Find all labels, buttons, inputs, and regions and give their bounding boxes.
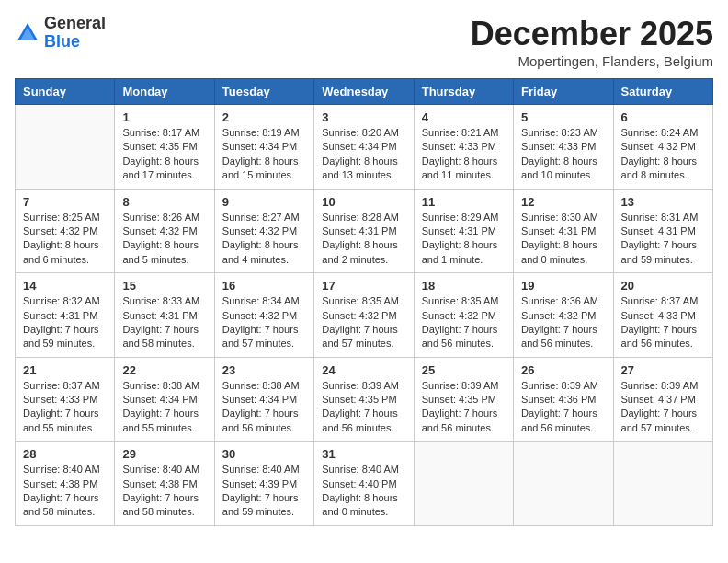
calendar-cell: 22Sunrise: 8:38 AMSunset: 4:34 PMDayligh… — [115, 357, 214, 442]
day-info: Sunrise: 8:34 AMSunset: 4:32 PMDaylight:… — [222, 294, 306, 351]
calendar-cell: 14Sunrise: 8:32 AMSunset: 4:31 PMDayligh… — [16, 273, 115, 358]
location: Mopertingen, Flanders, Belgium — [471, 53, 713, 69]
calendar-cell — [16, 105, 115, 190]
calendar-cell — [414, 442, 513, 526]
day-info: Sunrise: 8:38 AMSunset: 4:34 PMDaylight:… — [222, 379, 306, 436]
day-info: Sunrise: 8:25 AMSunset: 4:32 PMDaylight:… — [23, 211, 107, 268]
calendar-cell: 27Sunrise: 8:39 AMSunset: 4:37 PMDayligh… — [613, 357, 712, 442]
day-info: Sunrise: 8:39 AMSunset: 4:35 PMDaylight:… — [422, 379, 506, 436]
calendar-cell: 21Sunrise: 8:37 AMSunset: 4:33 PMDayligh… — [16, 357, 115, 442]
day-number: 8 — [122, 195, 206, 209]
day-number: 3 — [322, 110, 405, 124]
day-number: 31 — [322, 447, 405, 461]
day-number: 1 — [122, 110, 206, 124]
day-info: Sunrise: 8:33 AMSunset: 4:31 PMDaylight:… — [122, 294, 206, 351]
day-info: Sunrise: 8:39 AMSunset: 4:37 PMDaylight:… — [621, 379, 705, 436]
calendar-cell: 1Sunrise: 8:17 AMSunset: 4:35 PMDaylight… — [115, 105, 214, 190]
day-number: 19 — [521, 279, 605, 293]
day-info: Sunrise: 8:19 AMSunset: 4:34 PMDaylight:… — [222, 126, 306, 183]
day-info: Sunrise: 8:27 AMSunset: 4:32 PMDaylight:… — [222, 211, 306, 268]
calendar-cell: 30Sunrise: 8:40 AMSunset: 4:39 PMDayligh… — [214, 442, 313, 526]
day-info: Sunrise: 8:37 AMSunset: 4:33 PMDaylight:… — [23, 379, 107, 436]
day-number: 7 — [23, 195, 107, 209]
page-header: General Blue December 2025 Mopertingen, … — [15, 15, 713, 69]
weekday-header: Sunday — [16, 79, 115, 105]
calendar-cell: 2Sunrise: 8:19 AMSunset: 4:34 PMDaylight… — [214, 105, 313, 190]
day-number: 26 — [521, 363, 605, 377]
day-info: Sunrise: 8:40 AMSunset: 4:40 PMDaylight:… — [322, 463, 405, 520]
day-info: Sunrise: 8:32 AMSunset: 4:31 PMDaylight:… — [23, 294, 107, 351]
day-number: 17 — [322, 279, 405, 293]
day-number: 18 — [422, 279, 506, 293]
calendar-cell: 20Sunrise: 8:37 AMSunset: 4:33 PMDayligh… — [613, 273, 712, 358]
calendar-cell: 13Sunrise: 8:31 AMSunset: 4:31 PMDayligh… — [613, 189, 712, 273]
day-info: Sunrise: 8:35 AMSunset: 4:32 PMDaylight:… — [322, 294, 405, 351]
calendar-cell: 25Sunrise: 8:39 AMSunset: 4:35 PMDayligh… — [414, 357, 513, 442]
week-row: 21Sunrise: 8:37 AMSunset: 4:33 PMDayligh… — [16, 357, 713, 442]
calendar-cell: 24Sunrise: 8:39 AMSunset: 4:35 PMDayligh… — [314, 357, 414, 442]
day-number: 23 — [222, 363, 306, 377]
calendar-cell: 12Sunrise: 8:30 AMSunset: 4:31 PMDayligh… — [514, 189, 613, 273]
day-info: Sunrise: 8:21 AMSunset: 4:33 PMDaylight:… — [422, 126, 506, 183]
calendar-cell: 28Sunrise: 8:40 AMSunset: 4:38 PMDayligh… — [16, 442, 115, 526]
day-info: Sunrise: 8:37 AMSunset: 4:33 PMDaylight:… — [621, 294, 705, 351]
calendar-cell: 5Sunrise: 8:23 AMSunset: 4:33 PMDaylight… — [514, 105, 613, 190]
day-info: Sunrise: 8:36 AMSunset: 4:32 PMDaylight:… — [521, 294, 605, 351]
weekday-header: Wednesday — [314, 79, 414, 105]
week-row: 1Sunrise: 8:17 AMSunset: 4:35 PMDaylight… — [16, 105, 713, 190]
day-info: Sunrise: 8:29 AMSunset: 4:31 PMDaylight:… — [422, 211, 506, 268]
calendar-cell: 11Sunrise: 8:29 AMSunset: 4:31 PMDayligh… — [414, 189, 513, 273]
day-info: Sunrise: 8:20 AMSunset: 4:34 PMDaylight:… — [322, 126, 405, 183]
weekday-header-row: SundayMondayTuesdayWednesdayThursdayFrid… — [16, 79, 713, 105]
calendar-table: SundayMondayTuesdayWednesdayThursdayFrid… — [15, 78, 713, 526]
day-number: 27 — [621, 363, 705, 377]
calendar-cell: 3Sunrise: 8:20 AMSunset: 4:34 PMDaylight… — [314, 105, 414, 190]
calendar-cell: 8Sunrise: 8:26 AMSunset: 4:32 PMDaylight… — [115, 189, 214, 273]
day-info: Sunrise: 8:40 AMSunset: 4:38 PMDaylight:… — [23, 463, 107, 520]
weekday-header: Saturday — [613, 79, 712, 105]
day-number: 25 — [422, 363, 506, 377]
month-title: December 2025 — [471, 15, 713, 53]
weekday-header: Friday — [514, 79, 613, 105]
day-info: Sunrise: 8:40 AMSunset: 4:39 PMDaylight:… — [222, 463, 306, 520]
day-number: 10 — [322, 195, 405, 209]
day-number: 24 — [322, 363, 405, 377]
weekday-header: Tuesday — [214, 79, 313, 105]
calendar-cell: 26Sunrise: 8:39 AMSunset: 4:36 PMDayligh… — [514, 357, 613, 442]
calendar-cell — [613, 442, 712, 526]
day-info: Sunrise: 8:24 AMSunset: 4:32 PMDaylight:… — [621, 126, 705, 183]
day-info: Sunrise: 8:30 AMSunset: 4:31 PMDaylight:… — [521, 211, 605, 268]
calendar-cell: 17Sunrise: 8:35 AMSunset: 4:32 PMDayligh… — [314, 273, 414, 358]
weekday-header: Monday — [115, 79, 214, 105]
calendar-cell: 4Sunrise: 8:21 AMSunset: 4:33 PMDaylight… — [414, 105, 513, 190]
day-number: 4 — [422, 110, 506, 124]
day-number: 2 — [222, 110, 306, 124]
week-row: 14Sunrise: 8:32 AMSunset: 4:31 PMDayligh… — [16, 273, 713, 358]
week-row: 7Sunrise: 8:25 AMSunset: 4:32 PMDaylight… — [16, 189, 713, 273]
calendar-cell — [514, 442, 613, 526]
day-number: 16 — [222, 279, 306, 293]
day-info: Sunrise: 8:23 AMSunset: 4:33 PMDaylight:… — [521, 126, 605, 183]
calendar-cell: 31Sunrise: 8:40 AMSunset: 4:40 PMDayligh… — [314, 442, 414, 526]
logo-text: General Blue — [44, 15, 106, 52]
calendar-cell: 23Sunrise: 8:38 AMSunset: 4:34 PMDayligh… — [214, 357, 313, 442]
day-info: Sunrise: 8:39 AMSunset: 4:35 PMDaylight:… — [322, 379, 405, 436]
calendar-cell: 16Sunrise: 8:34 AMSunset: 4:32 PMDayligh… — [214, 273, 313, 358]
calendar-cell: 6Sunrise: 8:24 AMSunset: 4:32 PMDaylight… — [613, 105, 712, 190]
day-number: 14 — [23, 279, 107, 293]
day-info: Sunrise: 8:39 AMSunset: 4:36 PMDaylight:… — [521, 379, 605, 436]
weekday-header: Thursday — [414, 79, 513, 105]
title-block: December 2025 Mopertingen, Flanders, Bel… — [471, 15, 713, 69]
day-number: 29 — [122, 447, 206, 461]
logo: General Blue — [15, 15, 106, 52]
day-info: Sunrise: 8:26 AMSunset: 4:32 PMDaylight:… — [122, 211, 206, 268]
calendar-cell: 10Sunrise: 8:28 AMSunset: 4:31 PMDayligh… — [314, 189, 414, 273]
calendar-cell: 15Sunrise: 8:33 AMSunset: 4:31 PMDayligh… — [115, 273, 214, 358]
calendar-cell: 19Sunrise: 8:36 AMSunset: 4:32 PMDayligh… — [514, 273, 613, 358]
day-info: Sunrise: 8:35 AMSunset: 4:32 PMDaylight:… — [422, 294, 506, 351]
day-number: 13 — [621, 195, 705, 209]
day-number: 20 — [621, 279, 705, 293]
day-info: Sunrise: 8:40 AMSunset: 4:38 PMDaylight:… — [122, 463, 206, 520]
day-number: 9 — [222, 195, 306, 209]
day-number: 22 — [122, 363, 206, 377]
